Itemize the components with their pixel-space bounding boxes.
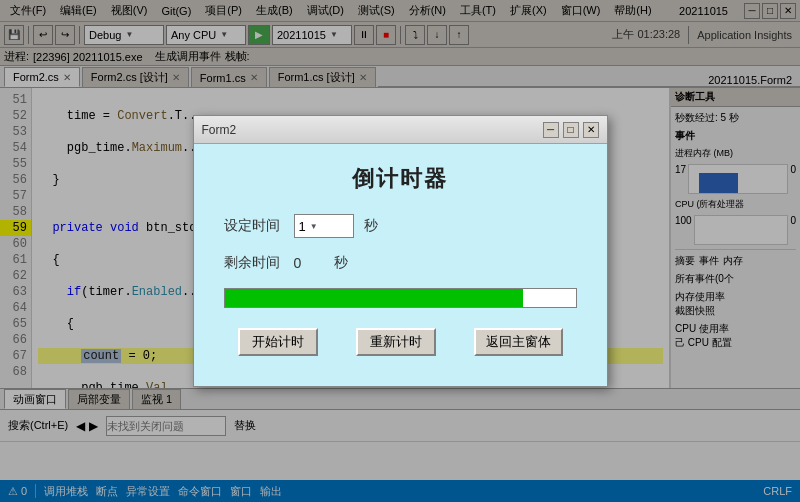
remaining-unit: 秒 (334, 254, 348, 272)
dialog-win-buttons: ─ □ ✕ (543, 122, 599, 138)
dialog-maximize-button[interactable]: □ (563, 122, 579, 138)
dialog-title-text: Form2 (202, 123, 237, 137)
set-time-dropdown[interactable]: 1 ▼ (294, 214, 354, 238)
start-timer-button[interactable]: 开始计时 (238, 328, 318, 356)
dropdown-arrow-icon: ▼ (310, 222, 318, 231)
timer-dialog: Form2 ─ □ ✕ 倒计时器 设定时间 1 ▼ 秒 (193, 115, 608, 387)
return-main-button[interactable]: 返回主窗体 (474, 328, 563, 356)
set-time-unit: 秒 (364, 217, 378, 235)
dialog-buttons: 开始计时 重新计时 返回主窗体 (224, 328, 577, 356)
timer-progress-fill (225, 289, 523, 307)
dialog-minimize-button[interactable]: ─ (543, 122, 559, 138)
remaining-label: 剩余时间 (224, 254, 284, 272)
reset-timer-button[interactable]: 重新计时 (356, 328, 436, 356)
remaining-value: 0 (294, 255, 324, 271)
modal-overlay: Form2 ─ □ ✕ 倒计时器 设定时间 1 ▼ 秒 (0, 0, 800, 502)
remaining-time-row: 剩余时间 0 秒 (224, 254, 577, 272)
ide-container: 文件(F) 编辑(E) 视图(V) Git(G) 项目(P) 生成(B) 调试(… (0, 0, 800, 502)
set-time-row: 设定时间 1 ▼ 秒 (224, 214, 577, 238)
dialog-body: 倒计时器 设定时间 1 ▼ 秒 剩余时间 0 秒 (194, 144, 607, 386)
dialog-title-bar: Form2 ─ □ ✕ (194, 116, 607, 144)
timer-progress-track (224, 288, 577, 308)
dialog-close-button[interactable]: ✕ (583, 122, 599, 138)
set-time-label: 设定时间 (224, 217, 284, 235)
dialog-heading: 倒计时器 (224, 164, 577, 194)
